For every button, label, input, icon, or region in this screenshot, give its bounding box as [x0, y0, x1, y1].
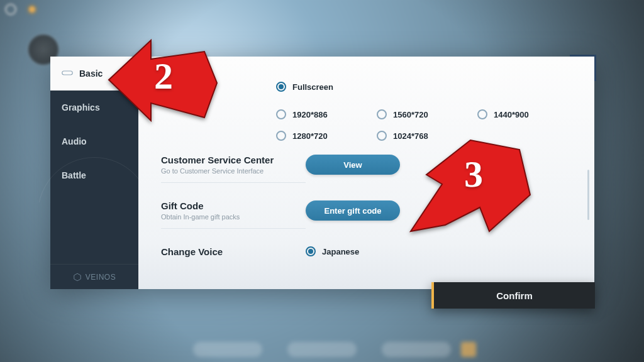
radio-ring-icon [276, 109, 286, 119]
tab-graphics[interactable]: Graphics [50, 90, 138, 124]
settings-panel: Game Version: 1.0.0.20 (DirectX 11) Basi… [50, 57, 594, 289]
radio-ring-icon [477, 109, 487, 119]
settings-content: Fullscreen 1920*886 1560*720 1440*900 [138, 57, 594, 289]
sidebar-footer: VEINOS [50, 264, 138, 289]
radio-label: 1024*768 [393, 131, 428, 141]
csc-subtitle: Go to Customer Service Interface [161, 167, 306, 175]
radio-res-1[interactable]: 1560*720 [377, 109, 471, 119]
radio-label: 1560*720 [393, 110, 428, 119]
settings-sidebar: Basic Graphics Audio Battle VEINOS [50, 57, 138, 289]
radio-label: Fullscreen [292, 82, 333, 92]
radio-ring-icon [276, 131, 286, 141]
radio-label: 1920*886 [292, 110, 328, 119]
gift-subtitle: Obtain In-game gift packs [161, 213, 306, 221]
os-brand-label: VEINOS [86, 273, 116, 282]
radio-ring-icon [377, 109, 387, 119]
gift-title: Gift Code [161, 200, 306, 211]
view-button[interactable]: View [306, 155, 400, 175]
confirm-button[interactable]: Confirm [431, 282, 595, 309]
radio-res-4[interactable]: 1024*768 [377, 131, 471, 141]
divider [161, 182, 306, 183]
enter-gift-code-button[interactable]: Enter gift code [306, 200, 400, 221]
button-label: Confirm [496, 290, 533, 301]
radio-fullscreen[interactable]: Fullscreen [276, 82, 345, 92]
row-resolution: Fullscreen 1920*886 1560*720 1440*900 [161, 82, 572, 146]
tab-label: Graphics [62, 102, 100, 112]
resolution-options-grid: 1920*886 1560*720 1440*900 1280*720 [276, 109, 572, 141]
row-customer-service: Customer Service Center Go to Customer S… [161, 155, 572, 192]
row-change-voice: Change Voice Japanese [161, 246, 572, 259]
button-label: View [343, 160, 362, 170]
radio-res-2[interactable]: 1440*900 [477, 109, 572, 119]
radio-label: Japanese [322, 247, 359, 256]
tab-audio[interactable]: Audio [50, 124, 138, 158]
radio-res-3[interactable]: 1280*720 [276, 131, 370, 141]
csc-title: Customer Service Center [161, 155, 306, 165]
tab-battle[interactable]: Battle [50, 158, 138, 192]
radio-ring-icon [377, 131, 387, 141]
radio-voice-japanese[interactable]: Japanese [306, 246, 375, 256]
radio-res-0[interactable]: 1920*886 [276, 109, 370, 119]
row-gift-code: Gift Code Obtain In-game gift packs Ente… [161, 200, 572, 238]
hex-icon [73, 273, 82, 282]
hud-top-bar [5, 4, 35, 15]
radio-ring-icon [306, 246, 316, 256]
gamepad-icon [62, 69, 73, 79]
clock-icon [5, 4, 16, 15]
svg-rect-0 [62, 71, 73, 75]
notification-dot-icon [29, 6, 35, 13]
radio-label: 1280*720 [292, 131, 328, 141]
hud-bottom-bar [193, 342, 451, 357]
divider [161, 228, 306, 229]
voice-title: Change Voice [161, 246, 306, 257]
tab-label: Battle [62, 170, 86, 180]
button-label: Enter gift code [324, 206, 381, 216]
radio-label: 1440*900 [494, 110, 529, 119]
tab-label: Basic [79, 69, 103, 79]
svg-marker-1 [74, 273, 81, 281]
radio-ring-icon [276, 82, 286, 92]
tab-label: Audio [62, 136, 87, 146]
tab-basic[interactable]: Basic [50, 57, 138, 90]
